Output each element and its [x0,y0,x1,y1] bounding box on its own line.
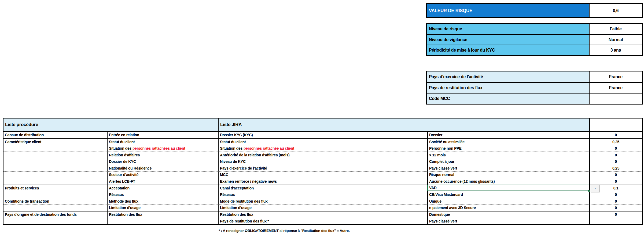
table-cell-c5-row2[interactable]: 0,25 [589,138,642,145]
country-activity-value-cell[interactable]: France [589,71,642,82]
table-cell-c2-row8[interactable]: Alertes LCB-FT [107,178,218,185]
table-cell-c4-row4[interactable]: > 12 mois [427,152,589,158]
main-table: Liste procédure Liste JIRA Canaux de dis… [3,118,643,225]
table-cell-c1-row9[interactable]: Produits et services [3,185,107,191]
alert-red-text: personnes rattachées au client [133,145,185,151]
alert-red-text: personnes rattachée au client [244,145,294,151]
table-cell-c3-row8[interactable]: Examen renforcé / négative news [218,178,427,185]
vigilance-label-cell[interactable]: Niveau de vigilance [427,34,589,45]
table-cell-c4-row11[interactable]: Unique [427,198,589,204]
table-cell-c1-row10[interactable] [3,191,107,198]
table-cell-c2-row13[interactable]: Restitution des flux [107,211,218,218]
mcc-label-cell[interactable]: Code MCC [427,93,589,104]
table-cell-c1-row14[interactable] [3,218,107,224]
table-cell-c5-row13[interactable]: 0 [589,211,642,218]
table-cell-c2-row5[interactable]: Dossier de KYC [107,158,218,165]
table-cell-c1-row5[interactable] [3,158,107,165]
table-cell-c1-row6[interactable] [3,165,107,171]
mandatory-footnote: * : A renseigner OBLIGATOIREMENT si répo… [219,229,349,233]
table-cell-c3-row13[interactable]: Restitution des flux [218,211,427,218]
table-cell-c3-row10[interactable]: Réseaux [218,191,427,198]
table-cell-c3-row4[interactable]: Antériorité de la relation d'affaires (m… [218,152,427,158]
table-cell-c2-row12[interactable]: Limitation d'usage [107,204,218,211]
table-cell-c3-row14[interactable]: Pays de restitution des flux * [218,218,427,224]
table-cell-c4-row6[interactable]: Pays classé vert [427,165,589,171]
risk-levels-panel: Niveau de risque Faible Niveau de vigila… [426,23,643,56]
table-cell-c1-row11[interactable]: Conditions de transaction [3,198,107,204]
table-cell-c2-row6[interactable]: Nationalité ou Résidence [107,165,218,171]
table-cell-c2-row1[interactable]: Entrée en relation [107,132,218,138]
table-cell-c5-row6[interactable]: 0,25 [589,165,642,171]
dropdown-button[interactable]: ▼ [591,185,599,192]
table-cell-c1-row7[interactable] [3,171,107,178]
risk-value-panel: VALEUR DE RISQUE 0,6 [426,3,643,18]
mcc-value-cell[interactable] [589,93,642,104]
table-cell-c4-row3[interactable]: Personne non PPE [427,145,589,152]
header-liste-procedure[interactable]: Liste procédure [3,119,218,132]
risk-level-label-cell[interactable]: Niveau de risque [427,24,589,34]
table-cell-c1-row8[interactable] [3,178,107,185]
table-cell-c4-row10[interactable]: CB/Visa Mastercard [427,191,589,198]
table-cell-c2-row14[interactable] [107,218,218,224]
risk-value-label-cell[interactable]: VALEUR DE RISQUE [427,4,589,17]
country-activity-label-cell[interactable]: Pays d'exercice de l'activité [427,71,589,82]
table-cell-c3-row5[interactable]: Niveau de KYC [218,158,427,165]
vigilance-value-cell[interactable]: Normal [589,34,642,45]
table-cell-c1-row1[interactable]: Canaux de distribution [3,132,107,138]
table-cell-c5-row3[interactable]: 0 [589,145,642,152]
country-flux-value-cell[interactable]: France [589,82,642,93]
table-cell-c5-row4[interactable]: 0 [589,152,642,158]
fill-handle[interactable] [588,190,590,192]
table-cell-c3-row1[interactable]: Dossier KYC (KYC) [218,132,427,138]
table-cell-c1-row2[interactable]: Caractéristique client [3,138,107,145]
table-cell-c2-row3[interactable]: Situation despersonnes rattachées au cli… [107,145,218,152]
table-cell-c5-row12[interactable]: 0 [589,204,642,211]
table-cell-c5-row7[interactable]: 0 [589,171,642,178]
table-cell-c1-row13[interactable]: Pays d'origine et de destination des fon… [3,211,107,218]
table-cell-c5-row11[interactable]: 0 [589,198,642,204]
table-cell-c5-row8[interactable]: 0 [589,178,642,185]
table-cell-c4-row14[interactable]: Pays classé vert [427,218,589,224]
table-cell-c4-row5[interactable]: Complet à jour [427,158,589,165]
table-cell-c3-row12[interactable]: Limitation d'usage [218,204,427,211]
header-value-column[interactable] [589,119,642,132]
table-cell-c5-row1[interactable]: 0 [589,132,642,138]
table-cell-c5-row5[interactable]: 0 [589,158,642,165]
table-cell-c3-row9[interactable]: Canal d'acceptation [218,185,427,191]
table-cell-c4-row7[interactable]: Risque normal [427,171,589,178]
table-cell-c2-row11[interactable]: Méthode des flux [107,198,218,204]
table-cell-c4-row2[interactable]: Société ou assimilée [427,138,589,145]
chevron-down-icon: ▼ [594,187,596,190]
table-cell-c4-row13[interactable]: Domestique [427,211,589,218]
table-cell-c2-row2[interactable]: Statut du client [107,138,218,145]
table-cell-c3-row6[interactable]: Pays d'exercice de l'activité [218,165,427,171]
selected-cell-vad[interactable]: VAD▼ [427,185,589,191]
table-cell-c4-row1[interactable]: Dossier [427,132,589,138]
kyc-period-label-cell[interactable]: Périodicité de mise à jour du KYC [427,45,589,55]
table-cell-c4-row12[interactable]: e-paiement avec 3D Secure [427,204,589,211]
table-cell-c2-row4[interactable]: Relation d'affaires [107,152,218,158]
table-cell-c3-row2[interactable]: Statut du client [218,138,427,145]
table-cell-c3-row7[interactable]: MCC [218,171,427,178]
risk-value-cell[interactable]: 0,6 [589,4,642,17]
table-cell-c2-row9[interactable]: Acceptation [107,185,218,191]
table-cell-c4-row8[interactable]: Aucune occurence (12 mois glissants) [427,178,589,185]
header-liste-jira[interactable]: Liste JIRA [218,119,589,132]
country-flux-label-cell[interactable]: Pays de restitution des flux [427,82,589,93]
table-cell-c2-row7[interactable]: Secteur d'activité [107,171,218,178]
table-cell-c2-row10[interactable]: Réseaux [107,191,218,198]
table-cell-c3-row11[interactable]: Mode de restitution des flux [218,198,427,204]
table-cell-c5-row14[interactable] [589,218,642,224]
table-cell-c1-row4[interactable] [3,152,107,158]
table-cell-c5-row10[interactable]: 0 [589,191,642,198]
risk-level-value-cell[interactable]: Faible [589,24,642,34]
table-cell-c1-row12[interactable] [3,204,107,211]
kyc-period-value-cell[interactable]: 3 ans [589,45,642,55]
context-panel: Pays d'exercice de l'activité France Pay… [426,71,643,105]
table-cell-c3-row3[interactable]: Situation despersonnes rattachée au clie… [218,145,427,152]
table-cell-c1-row3[interactable] [3,145,107,152]
